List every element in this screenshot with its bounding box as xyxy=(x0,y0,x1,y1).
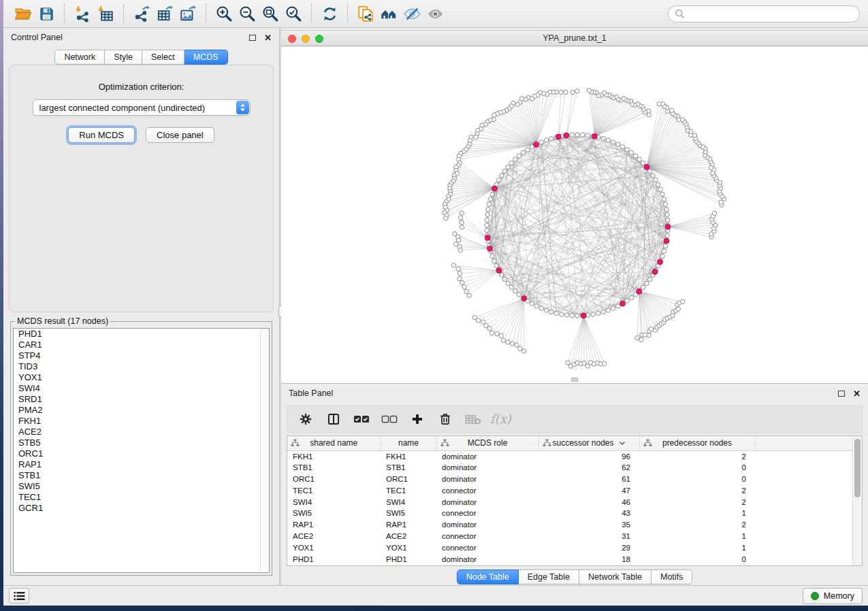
table-row[interactable]: PHD1PHD1dominator180 xyxy=(287,553,852,565)
deselect-all-button[interactable] xyxy=(379,408,400,430)
cell-name: TEC1 xyxy=(381,484,436,496)
duplicate-network-button[interactable] xyxy=(354,3,377,24)
search-box[interactable] xyxy=(668,5,860,22)
export-network-button[interactable] xyxy=(130,3,153,24)
mcds-result-item[interactable]: TID3 xyxy=(14,361,269,372)
tab-network[interactable]: Network xyxy=(54,50,105,65)
mcds-result-list[interactable]: PHD1CAR1STP4TID3YOX1SWI4SRD1PMA2FKH1ACE2… xyxy=(13,328,270,573)
tab-select[interactable]: Select xyxy=(142,50,184,65)
toolbar-separator xyxy=(123,4,124,23)
close-panel-button[interactable]: Close panel xyxy=(146,127,214,143)
table-row[interactable]: ACE2ACE2connector311 xyxy=(287,531,852,542)
table-row[interactable]: STB1STB1dominator620 xyxy=(287,462,852,474)
tab-node-table[interactable]: Node Table xyxy=(457,569,519,584)
settings-gear-button[interactable] xyxy=(295,408,316,430)
tab-edge-table[interactable]: Edge Table xyxy=(519,569,579,584)
close-panel-icon[interactable]: ✕ xyxy=(264,33,272,42)
mcds-result-item[interactable]: PHD1 xyxy=(14,329,269,340)
mcds-result-item[interactable]: SRD1 xyxy=(14,394,269,405)
search-input[interactable] xyxy=(688,8,853,19)
export-image-button[interactable] xyxy=(176,3,199,24)
column-header-predecessor-nodes[interactable]: predecessor nodes xyxy=(639,436,755,450)
mcds-result-item[interactable]: TEC1 xyxy=(14,492,269,503)
tab-network-table[interactable]: Network Table xyxy=(579,569,652,584)
column-header-successor-nodes[interactable]: successor nodes xyxy=(539,436,639,450)
refresh-view-icon xyxy=(321,5,338,22)
float-table-panel-icon[interactable] xyxy=(838,391,845,397)
mcds-result-item[interactable]: SWI5 xyxy=(14,481,269,492)
table-row[interactable]: SWI5SWI5connector431 xyxy=(287,508,852,519)
table-row[interactable]: RAP1RAP1dominator352 xyxy=(287,519,852,531)
mcds-result-item[interactable]: ORC1 xyxy=(14,448,269,459)
refresh-view-button[interactable] xyxy=(318,3,341,24)
horizontal-split-handle[interactable] xyxy=(571,378,578,382)
hide-selected-button[interactable] xyxy=(400,3,423,24)
table-row[interactable]: SWI4SWI4dominator462 xyxy=(287,496,852,508)
mcds-result-item[interactable]: CAR1 xyxy=(14,340,269,350)
task-history-button[interactable] xyxy=(9,588,29,604)
mcds-result-item[interactable]: STP4 xyxy=(14,350,269,361)
save-session-button[interactable] xyxy=(35,3,58,24)
column-header-name[interactable]: name xyxy=(381,436,436,450)
application-window: Control Panel ✕ NetworkStyleSelectMCDS O… xyxy=(3,0,868,606)
run-mcds-button[interactable]: Run MCDS xyxy=(68,127,135,143)
zoom-fit-button[interactable] xyxy=(259,3,282,24)
task-list-icon xyxy=(14,591,25,601)
zoom-in-button[interactable] xyxy=(212,3,236,24)
export-table-icon xyxy=(156,5,174,22)
table-scrollbar-thumb[interactable] xyxy=(854,439,861,497)
cell-name: SWI4 xyxy=(381,496,436,508)
import-network-icon xyxy=(74,5,91,22)
optimization-criterion-select[interactable]: largest connected component (undirected) xyxy=(33,99,251,116)
mcds-result-item[interactable]: SWI4 xyxy=(14,383,269,394)
export-network-icon xyxy=(133,5,150,22)
toolbar-separator xyxy=(64,4,65,23)
float-panel-icon[interactable] xyxy=(249,35,256,41)
mcds-result-item[interactable]: GCR1 xyxy=(14,503,269,514)
list-scrollbar-track[interactable] xyxy=(260,329,269,572)
select-all-button[interactable] xyxy=(351,408,372,430)
network-canvas[interactable] xyxy=(281,47,868,383)
import-network-button[interactable] xyxy=(71,3,94,24)
add-column-button[interactable] xyxy=(407,408,428,430)
zoom-selected-button[interactable] xyxy=(282,3,305,24)
delete-column-button[interactable] xyxy=(435,408,455,430)
cell-successor_nodes: 62 xyxy=(539,462,639,474)
mcds-result-item[interactable]: STB5 xyxy=(14,437,269,448)
mcds-result-item[interactable]: FKH1 xyxy=(14,416,269,427)
column-header-mcds-role[interactable]: MCDS role xyxy=(436,436,539,450)
export-table-button[interactable] xyxy=(153,3,176,24)
zoom-out-button[interactable] xyxy=(236,3,259,24)
first-neighbors-button[interactable] xyxy=(377,3,400,24)
cell-name: SWI5 xyxy=(381,508,436,519)
import-table-button[interactable] xyxy=(94,3,117,24)
tab-mcds[interactable]: MCDS xyxy=(184,50,228,65)
cell-predecessor_nodes: 0 xyxy=(639,553,755,565)
table-row[interactable]: FKH1FKH1dominator962 xyxy=(287,450,852,462)
export-image-icon xyxy=(179,5,197,22)
duplicate-network-icon xyxy=(357,5,374,22)
column-header-shared-name[interactable]: shared name xyxy=(287,436,381,450)
table-tabs: Node TableEdge TableNetwork TableMotifs xyxy=(281,569,868,584)
table-scrollbar-track[interactable] xyxy=(852,436,862,565)
cell-predecessor_nodes: 2 xyxy=(639,519,755,531)
close-table-panel-icon[interactable]: ✕ xyxy=(853,389,861,398)
memory-button[interactable]: Memory xyxy=(803,588,863,604)
cell-name: ORC1 xyxy=(381,474,436,485)
network-graph[interactable] xyxy=(281,47,868,383)
mcds-result-item[interactable]: ACE2 xyxy=(14,427,269,437)
mcds-result-item[interactable]: RAP1 xyxy=(14,459,269,470)
cell-mcds_role: dominator xyxy=(436,462,539,474)
open-file-button[interactable] xyxy=(12,3,35,24)
table-row[interactable]: TEC1TEC1connector472 xyxy=(287,484,852,496)
table-row[interactable]: YOX1YOX1connector291 xyxy=(287,542,852,553)
mcds-result-item[interactable]: PMA2 xyxy=(14,405,269,416)
mcds-result-item[interactable]: STB1 xyxy=(14,470,269,481)
mcds-result-item[interactable]: YOX1 xyxy=(14,372,269,383)
zoom-out-icon xyxy=(238,5,256,22)
cell-mcds_role: connector xyxy=(436,508,539,519)
show-columns-button[interactable] xyxy=(323,408,344,430)
tab-style[interactable]: Style xyxy=(105,50,142,65)
tab-motifs[interactable]: Motifs xyxy=(652,569,692,584)
table-row[interactable]: ORC1ORC1dominator610 xyxy=(287,474,852,485)
